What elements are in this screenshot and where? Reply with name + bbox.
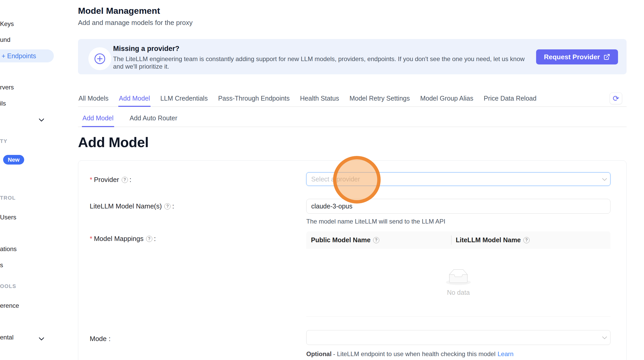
no-data-text: No data (447, 289, 470, 296)
mode-helper: Optional- LiteLLM endpoint to use when h… (306, 350, 513, 358)
mode-label: Mode : (90, 335, 110, 343)
column-header-public-model-name: Public Model Name (306, 236, 451, 244)
learn-link[interactable]: Learn (498, 350, 513, 357)
help-icon[interactable] (164, 203, 171, 210)
table-empty-state: No data (306, 249, 610, 317)
help-icon[interactable] (523, 237, 530, 243)
chevron-down-icon (602, 176, 607, 181)
empty-box-icon (446, 269, 471, 285)
add-model-heading: Add Model (78, 134, 148, 150)
required-mark: * (90, 176, 92, 184)
help-icon[interactable] (373, 237, 379, 243)
model-name-helper: The model name LiteLLM will send to the … (306, 218, 445, 225)
sidebar-section-header-tools: OOLS (0, 283, 16, 289)
tab-model-retry-settings[interactable]: Model Retry Settings (349, 94, 410, 106)
column-header-litellm-model-name: LiteLLM Model Name (451, 236, 531, 244)
provider-label: * Provider : (90, 176, 131, 184)
banner-body: The LiteLLM engineering team is constant… (113, 55, 526, 70)
sidebar-item-models-endpoints[interactable]: + Endpoints (0, 49, 54, 62)
column-divider (451, 235, 452, 245)
request-provider-label: Request Provider (544, 53, 600, 61)
chevron-down-icon[interactable] (40, 117, 43, 121)
required-mark: * (90, 235, 92, 243)
sidebar-item-experimental[interactable]: ental (0, 334, 14, 341)
page-subtitle: Add and manage models for the proxy (78, 19, 193, 27)
sidebar-item-organizations[interactable]: ations (0, 245, 17, 253)
model-mappings-table: Public Model Name LiteLLM Model Name No (306, 231, 610, 317)
mode-select[interactable] (306, 330, 610, 345)
help-icon[interactable] (122, 177, 128, 183)
tab-pass-through-endpoints[interactable]: Pass-Through Endpoints (218, 94, 290, 106)
provider-select[interactable] (306, 172, 610, 186)
model-name-field[interactable] (306, 199, 610, 214)
tab-health-status[interactable]: Health Status (300, 94, 340, 106)
app-root: Keys und + Endpoints rvers ils TY New TR… (0, 0, 644, 360)
sidebar-section-header-access-control: TROL (0, 195, 16, 201)
refresh-icon: ⟳ (613, 95, 619, 102)
sidebar-item-guardrails[interactable]: ils (0, 100, 6, 107)
sidebar-section-header: TY (0, 138, 8, 144)
sidebar-item-playground[interactable]: und (0, 36, 10, 43)
mode-select-input[interactable] (311, 334, 602, 341)
tab-llm-credentials[interactable]: LLM Credentials (160, 94, 208, 106)
refresh-button[interactable]: ⟳ (610, 93, 622, 104)
request-provider-button[interactable]: Request Provider (536, 49, 618, 64)
external-link-icon (603, 54, 610, 60)
model-name-label: LiteLLM Model Name(s) : (90, 202, 174, 210)
sub-tabs: Add Model Add Auto Router (78, 114, 627, 127)
tab-price-data-reload[interactable]: Price Data Reload (483, 94, 537, 106)
sidebar: Keys und + Endpoints rvers ils TY New TR… (0, 0, 55, 360)
table-header-row: Public Model Name LiteLLM Model Name (306, 231, 610, 249)
chevron-down-icon (602, 334, 607, 339)
banner-title: Missing a provider? (113, 45, 179, 53)
tab-model-group-alias[interactable]: Model Group Alias (420, 94, 474, 106)
new-badge: New (3, 155, 24, 165)
subtab-add-auto-router[interactable]: Add Auto Router (129, 114, 178, 127)
chevron-down-icon[interactable] (40, 336, 43, 340)
sidebar-item-internal-users[interactable]: Users (0, 214, 16, 221)
help-icon[interactable] (146, 236, 152, 242)
plus-circle-icon (88, 47, 111, 70)
model-mappings-label: * Model Mappings : (90, 235, 156, 243)
model-name-input[interactable] (311, 202, 606, 210)
sidebar-item-virtual-keys[interactable]: Keys (0, 20, 14, 28)
provider-select-input[interactable] (311, 175, 602, 183)
sidebar-item-teams[interactable]: s (0, 261, 3, 269)
main-tabs: All Models Add Model LLM Credentials Pas… (78, 94, 627, 107)
tab-all-models[interactable]: All Models (78, 94, 109, 106)
subtab-add-model[interactable]: Add Model (82, 114, 114, 127)
sidebar-item-api-reference[interactable]: erence (0, 302, 19, 309)
page-title: Model Management (78, 6, 160, 16)
tab-add-model[interactable]: Add Model (118, 94, 151, 107)
sidebar-item-mcp-servers[interactable]: rvers (0, 84, 14, 91)
